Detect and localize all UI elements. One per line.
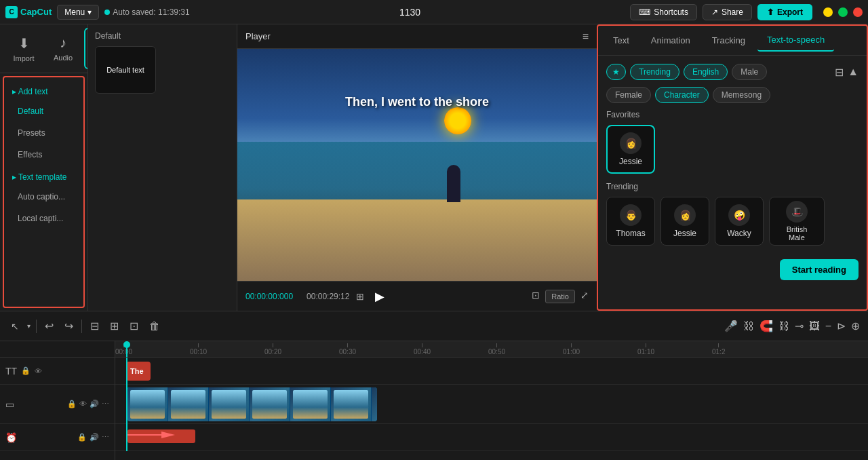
voice-card-thomas[interactable]: 👨 Thomas bbox=[606, 197, 655, 246]
nav-default[interactable]: Default bbox=[7, 101, 81, 121]
magnet-icon[interactable]: 🧲 bbox=[760, 320, 773, 332]
filter-chip-female[interactable]: Female bbox=[606, 87, 651, 103]
fit-icon[interactable]: ⊡ bbox=[532, 290, 540, 303]
text-clip[interactable]: The bbox=[126, 362, 151, 381]
lock-icon-audio[interactable]: 🔒 bbox=[77, 433, 87, 442]
export-button[interactable]: ⬆ Export bbox=[757, 4, 812, 20]
filter-chip-character[interactable]: Character bbox=[655, 87, 709, 103]
lock-icon-text[interactable]: 🔒 bbox=[21, 366, 31, 375]
filter-row-2: Female Character Memesong bbox=[606, 87, 859, 103]
ratio-button[interactable]: Ratio bbox=[545, 290, 575, 303]
play-button[interactable]: ▶ bbox=[375, 289, 384, 304]
media-toolbar: ⬇ Import ♪ Audio T Text bbox=[0, 24, 87, 73]
unlink-icon[interactable]: ⛓ bbox=[778, 320, 789, 332]
wacky-avatar: 🤪 bbox=[728, 204, 750, 226]
close-button[interactable] bbox=[853, 7, 863, 17]
video-track-row: SLOW MOTION: Girl running in shallow wat… bbox=[115, 385, 868, 424]
tab-animation[interactable]: Animation bbox=[642, 30, 700, 51]
tab-tracking[interactable]: Tracking bbox=[703, 30, 755, 51]
filter-settings-icon[interactable]: ⊟ bbox=[835, 66, 844, 79]
voice-card-wacky[interactable]: 🤪 Wacky bbox=[715, 197, 764, 246]
nav-effects[interactable]: Effects bbox=[7, 145, 81, 165]
lock-icon-video[interactable]: 🔒 bbox=[67, 400, 77, 408]
bottom-toolbar: ↖ ▾ ↩ ↪ ⊟ ⊞ ⊡ 🗑 🎤 ⛓ 🧲 ⛓ ⊸ 🖼 − ⊳ ⊕ bbox=[0, 311, 868, 341]
left-navigation: ▸ Add text Default Presets Effects ▸ Tex… bbox=[3, 76, 85, 308]
voice-card-jessie[interactable]: 👩 Jessie bbox=[660, 197, 709, 246]
undo-button[interactable]: ↩ bbox=[42, 317, 56, 335]
playhead-head bbox=[123, 341, 130, 348]
toolbar-text[interactable]: T Text bbox=[84, 28, 87, 69]
svg-marker-1 bbox=[161, 432, 175, 438]
add-text-section[interactable]: ▸ Add text bbox=[4, 83, 83, 100]
shortcuts-button[interactable]: ⌨ Shortcuts bbox=[630, 4, 697, 20]
filter-chip-star[interactable]: ★ bbox=[606, 64, 626, 80]
more-icon-video[interactable]: ⋯ bbox=[102, 400, 109, 408]
voice-card-jessie-fav[interactable]: 👩 Jessie bbox=[606, 125, 655, 174]
autosave-dot bbox=[104, 9, 110, 15]
thumb-4 bbox=[250, 387, 290, 421]
default-text-card[interactable]: Default text bbox=[95, 46, 156, 94]
eye-icon-text[interactable]: 👁 bbox=[35, 367, 42, 375]
start-reading-row: Start reading bbox=[606, 254, 859, 280]
player-menu-icon[interactable]: ≡ bbox=[583, 31, 589, 43]
cursor-dropdown[interactable]: ▾ bbox=[27, 322, 31, 330]
tab-text[interactable]: Text bbox=[604, 30, 639, 51]
split-left-icon[interactable]: ⊞ bbox=[107, 317, 121, 335]
video-clip[interactable] bbox=[127, 387, 377, 421]
top-bar: C CapCut Menu ▾ Auto saved: 11:39:31 113… bbox=[0, 0, 868, 24]
content-and-player: Default Default text Player ≡ Then, I we… bbox=[88, 24, 597, 311]
align-icon[interactable]: ⊸ bbox=[795, 320, 804, 332]
share-button[interactable]: ↗ Share bbox=[703, 4, 752, 20]
audio-track-row bbox=[115, 424, 868, 451]
right-panel: Text Animation Tracking Text-to-speech ★… bbox=[597, 24, 868, 311]
menu-button[interactable]: Menu ▾ bbox=[57, 5, 99, 20]
nav-auto-caption[interactable]: Auto captio... bbox=[7, 187, 81, 207]
text-template-section[interactable]: ▸ Text template bbox=[4, 168, 83, 186]
vol-icon-video[interactable]: 🔊 bbox=[90, 400, 99, 408]
audio-clip[interactable] bbox=[127, 429, 195, 443]
project-number: 1130 bbox=[399, 7, 420, 18]
toolbar-audio[interactable]: ♪ Audio bbox=[45, 31, 81, 66]
maximize-button[interactable] bbox=[838, 7, 848, 17]
filter-chip-male[interactable]: Male bbox=[732, 64, 767, 80]
nav-local-caption[interactable]: Local capti... bbox=[7, 208, 81, 229]
link-clip-icon[interactable]: ⛓ bbox=[743, 320, 754, 332]
start-reading-button[interactable]: Start reading bbox=[780, 259, 859, 280]
player-title: Player bbox=[245, 31, 271, 41]
cursor-tool-icon[interactable]: ↖ bbox=[8, 318, 22, 334]
audio-track-controls: 🔒 🔊 ⋯ bbox=[77, 433, 109, 442]
jessie-avatar: 👩 bbox=[674, 204, 696, 226]
bottom-toolbar-right: 🎤 ⛓ 🧲 ⛓ ⊸ 🖼 − ⊳ ⊕ bbox=[724, 320, 860, 332]
collapse-button[interactable]: ▲ bbox=[848, 66, 859, 78]
filter-chip-english[interactable]: English bbox=[684, 64, 728, 80]
vol-icon-audio[interactable]: 🔊 bbox=[90, 433, 99, 442]
redo-button[interactable]: ↪ bbox=[62, 317, 76, 335]
more-icon-audio[interactable]: ⋯ bbox=[102, 433, 109, 442]
nav-presets[interactable]: Presets bbox=[7, 123, 81, 143]
ruler-mark-6: 01:00 bbox=[563, 343, 580, 356]
trending-grid: 👨 Thomas 👩 Jessie 🤪 Wacky 🎩 BritishMale bbox=[606, 197, 859, 246]
filter-chip-trending[interactable]: Trending bbox=[630, 64, 679, 80]
voice-card-british-male[interactable]: 🎩 BritishMale bbox=[769, 197, 825, 246]
timeline-content[interactable]: 00:00 00:10 00:20 00:30 00:40 00:50 01:0… bbox=[115, 341, 868, 460]
plus-icon[interactable]: ⊕ bbox=[851, 320, 860, 332]
zoom-icon[interactable]: ⊳ bbox=[837, 320, 846, 332]
timeline-area: TT 🔒 👁 Cover ▭ 🔒 👁 🔊 ⋯ ⏰ 🔒 🔊 bbox=[0, 341, 868, 460]
filter-chip-memesong[interactable]: Memesong bbox=[713, 87, 770, 103]
grid-icon[interactable]: ⊞ bbox=[356, 291, 364, 302]
mic-icon[interactable]: 🎤 bbox=[724, 320, 738, 332]
minimize-button[interactable] bbox=[823, 7, 833, 17]
video-track-icon: ▭ bbox=[5, 399, 14, 410]
split-icon[interactable]: ⊟ bbox=[87, 317, 102, 335]
tab-tts[interactable]: Text-to-speech bbox=[757, 29, 834, 52]
image-icon[interactable]: 🖼 bbox=[809, 320, 820, 332]
eye-icon-video[interactable]: 👁 bbox=[79, 400, 87, 408]
delete-icon[interactable]: 🗑 bbox=[146, 318, 163, 335]
thomas-avatar: 👨 bbox=[620, 204, 642, 226]
split-right-icon[interactable]: ⊡ bbox=[127, 317, 141, 335]
fullscreen-icon[interactable]: ⤢ bbox=[580, 290, 589, 303]
minus-icon[interactable]: − bbox=[825, 320, 831, 332]
toolbar-import[interactable]: ⬇ Import bbox=[5, 31, 42, 66]
person-silhouette bbox=[447, 165, 460, 202]
thumb-5 bbox=[290, 387, 331, 421]
